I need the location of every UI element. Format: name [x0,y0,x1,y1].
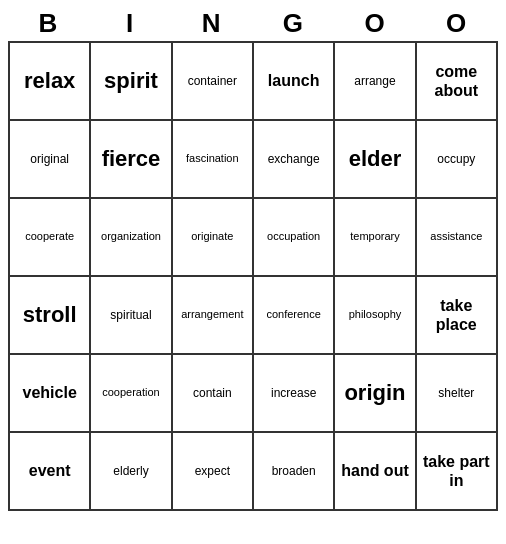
cell-text-2-0: cooperate [25,230,74,243]
cell-0-4: arrange [335,43,416,121]
header-letter-4: O [335,8,417,39]
cell-3-3: conference [254,277,335,355]
cell-text-0-3: launch [268,71,320,90]
cell-4-2: contain [173,355,254,433]
cell-text-3-4: philosophy [349,308,402,321]
cell-text-0-4: arrange [354,74,395,88]
cell-text-3-2: arrangement [181,308,243,321]
row-5: eventelderlyexpectbroadenhand outtake pa… [10,433,498,511]
cell-5-0: event [10,433,91,511]
header-letter-2: N [171,8,253,39]
cell-text-4-3: increase [271,386,316,400]
cell-text-3-3: conference [266,308,320,321]
cell-text-4-4: origin [344,380,405,406]
row-1: originalfiercefascinationexchangeelderoc… [10,121,498,199]
row-3: strollspiritualarrangementconferencephil… [10,277,498,355]
cell-text-5-0: event [29,461,71,480]
cell-0-3: launch [254,43,335,121]
cell-1-0: original [10,121,91,199]
cell-5-2: expect [173,433,254,511]
cell-3-0: stroll [10,277,91,355]
cell-text-1-1: fierce [102,146,161,172]
cell-text-4-2: contain [193,386,232,400]
cell-2-0: cooperate [10,199,91,277]
cell-text-0-1: spirit [104,68,158,94]
cell-text-4-0: vehicle [23,383,77,402]
cell-4-4: origin [335,355,416,433]
header-letter-1: I [90,8,172,39]
cell-4-0: vehicle [10,355,91,433]
cell-text-1-2: fascination [186,152,239,165]
cell-2-1: organization [91,199,172,277]
cell-1-3: exchange [254,121,335,199]
cell-text-2-5: assistance [430,230,482,243]
cell-4-3: increase [254,355,335,433]
cell-text-4-5: shelter [438,386,474,400]
cell-2-2: originate [173,199,254,277]
cell-2-5: assistance [417,199,498,277]
cell-3-1: spiritual [91,277,172,355]
cell-5-5: take part in [417,433,498,511]
cell-5-1: elderly [91,433,172,511]
cell-5-3: broaden [254,433,335,511]
cell-0-5: come about [417,43,498,121]
cell-text-0-0: relax [24,68,75,94]
cell-0-0: relax [10,43,91,121]
cell-text-1-5: occupy [437,152,475,166]
bingo-header: BINGOO [8,8,498,39]
cell-text-2-4: temporary [350,230,400,243]
cell-0-1: spirit [91,43,172,121]
cell-1-1: fierce [91,121,172,199]
cell-text-0-5: come about [421,62,492,100]
header-letter-3: G [253,8,335,39]
cell-4-5: shelter [417,355,498,433]
cell-2-3: occupation [254,199,335,277]
cell-text-1-4: elder [349,146,402,172]
cell-4-1: cooperation [91,355,172,433]
cell-text-4-1: cooperation [102,386,160,399]
cell-text-2-3: occupation [267,230,320,243]
cell-text-3-0: stroll [23,302,77,328]
cell-5-4: hand out [335,433,416,511]
cell-text-5-3: broaden [272,464,316,478]
cell-text-5-4: hand out [341,461,409,480]
cell-text-5-2: expect [195,464,230,478]
row-4: vehiclecooperationcontainincreaseorigins… [10,355,498,433]
row-0: relaxspiritcontainerlauncharrangecome ab… [10,43,498,121]
row-2: cooperateorganizationoriginateoccupation… [10,199,498,277]
cell-1-5: occupy [417,121,498,199]
cell-2-4: temporary [335,199,416,277]
header-letter-0: B [8,8,90,39]
cell-text-3-5: take place [421,296,492,334]
cell-1-2: fascination [173,121,254,199]
header-letter-5: O [416,8,498,39]
cell-3-4: philosophy [335,277,416,355]
cell-text-1-3: exchange [268,152,320,166]
cell-3-2: arrangement [173,277,254,355]
cell-text-1-0: original [30,152,69,166]
cell-text-0-2: container [188,74,237,88]
cell-text-3-1: spiritual [110,308,151,322]
cell-3-5: take place [417,277,498,355]
cell-text-2-2: originate [191,230,233,243]
cell-1-4: elder [335,121,416,199]
bingo-grid: relaxspiritcontainerlauncharrangecome ab… [8,41,498,511]
cell-0-2: container [173,43,254,121]
cell-text-2-1: organization [101,230,161,243]
cell-text-5-1: elderly [113,464,148,478]
cell-text-5-5: take part in [421,452,492,490]
